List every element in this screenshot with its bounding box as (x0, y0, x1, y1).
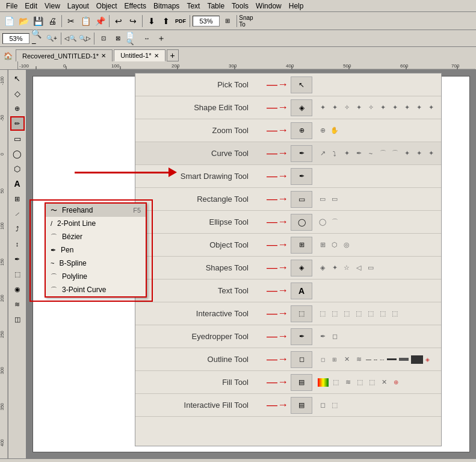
object-tool-icon[interactable]: ⊞ (291, 237, 312, 254)
interactive-tool-arrow: —→ (261, 307, 291, 320)
curve-tool-icon[interactable]: ✒ (291, 145, 312, 162)
import-button[interactable]: ⬇ (145, 14, 158, 28)
svg-text:0: 0 (63, 63, 66, 69)
add-tab-button[interactable]: + (167, 49, 179, 61)
print-button[interactable]: 🖨 (46, 14, 59, 28)
submenu-polyline[interactable]: ⌒ Polyline (46, 270, 146, 283)
submenu-3point[interactable]: ⌒ 3-Point Curve (46, 283, 146, 296)
undo-button[interactable]: ↩ (112, 14, 125, 28)
svg-text:200: 200 (172, 63, 180, 69)
zoom-input2[interactable] (2, 33, 29, 44)
ifill-tool-icon[interactable]: ▤ (291, 397, 312, 414)
tab-close-untitled[interactable]: ✕ (154, 52, 159, 59)
outline-tool-icon[interactable]: ◻ (291, 351, 312, 368)
add-tab-btn[interactable]: ＋ (155, 32, 168, 45)
tool-zoom[interactable]: ⊕ (10, 101, 25, 116)
tool-measure[interactable]: ↕ (10, 237, 25, 251)
open-button[interactable]: 📂 (17, 14, 30, 28)
polyline-label: Polyline (62, 272, 87, 281)
menu-effects[interactable]: Effects (121, 1, 150, 11)
ifill-tool-arrow: —→ (261, 399, 291, 411)
zoom-input[interactable] (193, 16, 220, 27)
menu-layout[interactable]: Layout (64, 1, 93, 11)
tool-ellipse[interactable]: ◯ (10, 146, 25, 161)
smart-tool-icon[interactable]: ✒ (291, 168, 312, 185)
paste-button[interactable]: 📌 (93, 14, 107, 28)
eyedropper-tool-icon[interactable]: ✒ (291, 328, 312, 345)
tool-eyedropper[interactable]: ✒ (10, 252, 25, 266)
snap-to-button[interactable]: Snap To (240, 14, 253, 28)
menu-file[interactable]: File (2, 1, 21, 11)
zoom-selected[interactable]: ⊡ (97, 32, 110, 45)
shapes-tool-icon[interactable]: ◈ (291, 260, 312, 276)
menu-help[interactable]: Help (285, 1, 308, 11)
tool-shadow[interactable]: ◉ (10, 282, 25, 296)
menu-bitmaps[interactable]: Bitmaps (150, 1, 183, 11)
tab-recovered[interactable]: Recovered_UNTITLED-1* ✕ (16, 49, 113, 61)
menu-table[interactable]: Table (203, 1, 228, 11)
text-tool-icon[interactable]: A (291, 283, 312, 299)
tab-untitled[interactable]: Untitled-1* ✕ (114, 49, 165, 61)
tool-transparency[interactable]: ◫ (10, 312, 25, 326)
svg-text:250: 250 (0, 331, 4, 338)
redo-button[interactable]: ↪ (126, 14, 140, 28)
menu-window[interactable]: Window (252, 1, 285, 11)
save-button[interactable]: 💾 (31, 14, 45, 28)
bezier-label: Bézier (62, 233, 82, 241)
cut-button[interactable]: ✂ (64, 14, 78, 28)
menu-tools[interactable]: Tools (228, 1, 252, 11)
menu-object[interactable]: Object (93, 1, 121, 11)
fill-tool-arrow: —→ (261, 376, 291, 389)
menu-text[interactable]: Text (183, 1, 203, 11)
toolbar1: 📄 📂 💾 🖨 ✂ 📋 📌 ↩ ↪ ⬇ ⬆ PDF ⊞ Snap To (0, 12, 476, 30)
tool-rectangle[interactable]: ▭ (10, 131, 25, 146)
tool-parallel[interactable]: ⟋ (10, 207, 25, 221)
zoom-page[interactable]: 📄🔍 (126, 32, 139, 45)
zoom-tool-label: Zoom Tool (140, 126, 261, 135)
menu-edit[interactable]: Edit (21, 1, 41, 11)
tool-polygon[interactable]: ⬡ (10, 161, 25, 176)
tool-text[interactable]: A (10, 176, 25, 191)
tool-blend[interactable]: ≋ (10, 297, 25, 311)
tool-interactive[interactable]: ⬚ (10, 267, 25, 281)
rect-tool-icon[interactable]: ▭ (291, 191, 312, 208)
shapes-tool-arrow: —→ (261, 261, 291, 274)
shape-tool-label: Shape Edit Tool (140, 103, 261, 112)
freehand-label: Freehand (62, 206, 93, 214)
home-btn[interactable]: 🏠 (2, 51, 13, 61)
tool-freehand[interactable]: ✏ (10, 116, 25, 131)
submenu-bezier[interactable]: ⌒ Bézier (46, 230, 146, 243)
tool-pick[interactable]: ↖ (10, 71, 25, 86)
pick-tool-icon[interactable]: ↖ (291, 76, 312, 93)
menu-view[interactable]: View (41, 1, 64, 11)
copy-button[interactable]: 📋 (79, 14, 92, 28)
zoom-width[interactable]: ↔ (140, 32, 153, 45)
tool-table[interactable]: ⊞ (10, 192, 25, 206)
tab-close-recovered[interactable]: ✕ (101, 52, 106, 59)
submenu-pen[interactable]: ✒ Pen (46, 243, 146, 257)
smart-tool-arrow: —→ (261, 170, 291, 183)
submenu-bspline[interactable]: ~ B-Spline (46, 257, 146, 270)
export-pdf-button[interactable]: PDF (174, 14, 187, 28)
tool-panel-row-curve: Curve Tool —→ ✒ ↗⤵✦✒~⌒⌒✦✦✦ (135, 142, 441, 165)
interactive-tool-icon[interactable]: ⬚ (291, 305, 312, 322)
new-button[interactable]: 📄 (2, 14, 16, 28)
zoom-tool-icon[interactable]: ⊕ (291, 122, 312, 139)
fill-tool-icon[interactable]: ▤ (291, 374, 312, 391)
ellipse-tool-icon[interactable]: ◯ (291, 214, 312, 231)
submenu-freehand[interactable]: 〜 Freehand F5 (46, 204, 146, 217)
zoom-prev[interactable]: ◁🔍 (64, 32, 77, 45)
zoom-out-btn[interactable]: 🔍− (31, 32, 44, 45)
zoom-all[interactable]: ⊠ (111, 32, 125, 45)
shape-tool-icon[interactable]: ◈ (291, 99, 312, 116)
text-tool-label: Text Tool (140, 286, 261, 295)
ellipse-tool-label: Ellipse Tool (140, 217, 261, 226)
submenu-2point[interactable]: / 2-Point Line (46, 217, 146, 230)
tool-connector[interactable]: ⤴ (10, 222, 25, 236)
zoom-in-btn[interactable]: 🔍+ (45, 32, 58, 45)
zoom-fit-button[interactable]: ⊞ (221, 14, 234, 28)
export-button[interactable]: ⬆ (159, 14, 173, 28)
toolbox: ↖ ◇ ⊕ ✏ ▭ ◯ ⬡ A ⊞ ⟋ ⤴ ↕ ✒ ⬚ ◉ ≋ ◫ (8, 70, 26, 458)
tool-shape[interactable]: ◇ (10, 86, 25, 101)
zoom-next[interactable]: 🔍▷ (78, 32, 91, 45)
